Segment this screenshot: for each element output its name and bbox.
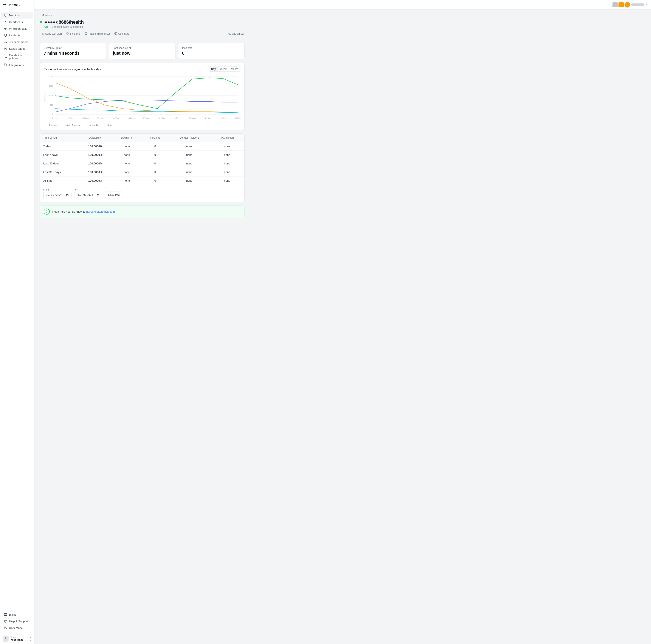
asia-color bbox=[102, 125, 106, 125]
col-availability: Availability bbox=[79, 134, 112, 142]
cell-avg: none bbox=[210, 159, 244, 168]
sidebar-item-incidents[interactable]: Incidents bbox=[1, 32, 33, 38]
svg-rect-10 bbox=[4, 613, 7, 615]
moon-icon bbox=[4, 626, 7, 630]
pause-monitor-button[interactable]: Pause this monitor bbox=[83, 31, 112, 37]
incidents-value: 0 bbox=[182, 51, 241, 56]
cell-downtime: none bbox=[112, 151, 142, 159]
table-row: Last 7 days 100.0000% none 0 none none bbox=[40, 151, 244, 159]
sidebar-nav: Monitors Heartbeats Who's on-call? Incid… bbox=[0, 10, 34, 609]
cell-availability: 100.0000% bbox=[79, 142, 112, 151]
topbar-user: ▾ bbox=[624, 2, 647, 7]
topbar-chevron[interactable]: ▾ bbox=[646, 3, 647, 6]
cell-downtime: none bbox=[112, 159, 142, 168]
chart-header: Response times across regions in the las… bbox=[44, 66, 241, 72]
svg-text:10:23am: 10:23am bbox=[97, 117, 104, 119]
sidebar: Uptime ▾ Monitors Heartbeats Who's on-ca… bbox=[0, 0, 34, 644]
col-downtime: Downtime bbox=[112, 134, 142, 142]
help-email-link[interactable]: hello@betterstack.com bbox=[86, 210, 115, 213]
broadcast-icon bbox=[4, 47, 7, 51]
stat-cards: Currently up for 7 mins 4 seconds Last c… bbox=[40, 43, 245, 59]
sidebar-item-heartbeats[interactable]: Heartbeats bbox=[1, 19, 33, 25]
sidebar-item-escalation-policies[interactable]: Escalation policies bbox=[1, 52, 33, 62]
incidents-icon bbox=[66, 32, 69, 35]
stat-card-last-checked: Last checked at just now bbox=[109, 43, 175, 59]
user-avatar bbox=[624, 2, 630, 7]
breadcrumb-monitors-link[interactable]: Monitors bbox=[42, 14, 52, 17]
pause-icon bbox=[85, 32, 87, 35]
cell-availability: 100.0000% bbox=[79, 159, 112, 168]
team-expand-down[interactable]: ▾ bbox=[29, 639, 32, 642]
cell-avg: none bbox=[210, 142, 244, 151]
cell-period: Last 7 days bbox=[40, 151, 79, 159]
sidebar-item-dark-mode[interactable]: Dark mode bbox=[1, 624, 33, 631]
cell-availability: 100.0000% bbox=[79, 176, 112, 185]
team-actions: ▴ ▾ bbox=[29, 635, 32, 642]
svg-text:0: 0 bbox=[52, 113, 53, 116]
user-icon bbox=[4, 40, 7, 44]
sidebar-item-monitors[interactable]: Monitors bbox=[1, 12, 33, 19]
sidebar-item-integrations[interactable]: Integrations bbox=[1, 62, 33, 68]
cell-downtime: none bbox=[112, 176, 142, 185]
cell-avg: none bbox=[210, 168, 244, 176]
to-date-input[interactable] bbox=[74, 192, 102, 198]
chart-tab-week[interactable]: Week bbox=[218, 67, 228, 71]
svg-text:500: 500 bbox=[50, 104, 53, 106]
cell-longest: none bbox=[169, 151, 210, 159]
chart-tabs: Day Week Month bbox=[209, 66, 241, 72]
team-expand-up[interactable]: ▴ bbox=[29, 635, 32, 638]
chart-tab-month[interactable]: Month bbox=[229, 67, 240, 71]
table-row: Today 100.0000% none 0 none none bbox=[40, 142, 244, 151]
stat-card-incidents: Incidents 0 bbox=[178, 43, 245, 59]
to-label: To bbox=[74, 188, 102, 191]
main-content: ▾ ‹ Monitors ••••••••:8686/health Up · C… bbox=[34, 0, 651, 644]
shield-icon bbox=[4, 34, 7, 37]
svg-text:10:25am: 10:25am bbox=[174, 117, 181, 119]
cell-avg: none bbox=[210, 176, 244, 185]
chart-tab-day[interactable]: Day bbox=[209, 67, 218, 71]
monitor-check-interval: Checked every 30 seconds bbox=[52, 25, 83, 28]
chart-legend: Europe North America Australia Asia bbox=[44, 124, 241, 126]
australia-color bbox=[84, 125, 88, 125]
svg-text:10:24am: 10:24am bbox=[143, 117, 150, 119]
svg-text:1000: 1000 bbox=[49, 94, 53, 97]
sidebar-item-billing[interactable]: Billing bbox=[1, 611, 33, 618]
app-logo[interactable]: Uptime bbox=[3, 3, 18, 7]
chart-title: Response times across regions in the las… bbox=[44, 68, 101, 71]
europe-color bbox=[44, 125, 48, 125]
sidebar-team: Team Your team ▴ ▾ bbox=[0, 633, 34, 644]
currently-up-value: 7 mins 4 seconds bbox=[44, 51, 102, 56]
svg-text:1500: 1500 bbox=[49, 85, 53, 87]
monitor-header: ••••••••:8686/health Up · Checked every … bbox=[40, 20, 245, 28]
incidents-button[interactable]: Incidents bbox=[64, 31, 83, 37]
north-america-color bbox=[60, 125, 64, 125]
monitor-icon bbox=[4, 13, 7, 17]
sidebar-item-help-support[interactable]: Help & Support bbox=[1, 618, 33, 624]
incidents-label: Incidents bbox=[182, 46, 241, 50]
calculate-button[interactable]: Calculate bbox=[105, 192, 123, 198]
action-bar: ⚠ Send test alert Incidents Pause this m… bbox=[40, 31, 245, 39]
svg-text:10:25am: 10:25am bbox=[158, 117, 165, 119]
date-range: From To Calculate bbox=[40, 185, 244, 202]
table-row: All time 100.0000% none 0 none none bbox=[40, 176, 244, 185]
currently-up-label: Currently up for bbox=[44, 46, 102, 50]
col-avg: Avg. incident bbox=[210, 134, 244, 142]
legend-north-america: North America bbox=[60, 124, 81, 126]
send-test-alert-button[interactable]: ⚠ Send test alert bbox=[40, 31, 64, 36]
page-content: ‹ Monitors ••••••••:8686/health Up · Che… bbox=[34, 9, 250, 226]
sidebar-item-team-members[interactable]: Team members bbox=[1, 39, 33, 45]
sidebar-header: Uptime ▾ bbox=[0, 0, 34, 10]
sidebar-item-whos-oncall[interactable]: Who's on-call? bbox=[1, 25, 33, 32]
from-date-input[interactable] bbox=[43, 192, 71, 198]
alert-icon: ⚠ bbox=[42, 32, 44, 35]
configure-button[interactable]: Configure bbox=[112, 31, 131, 37]
legend-asia: Asia bbox=[102, 124, 112, 126]
cell-longest: none bbox=[169, 142, 210, 151]
last-checked-label: Last checked at bbox=[113, 46, 171, 50]
svg-text:10:22am: 10:22am bbox=[66, 117, 73, 119]
svg-text:2000: 2000 bbox=[49, 75, 53, 78]
breadcrumb: ‹ Monitors bbox=[40, 14, 245, 17]
app-menu-chevron[interactable]: ▾ bbox=[19, 4, 20, 6]
sidebar-item-status-pages[interactable]: Status pages bbox=[1, 45, 33, 52]
svg-text:10:26am: 10:26am bbox=[204, 117, 211, 119]
